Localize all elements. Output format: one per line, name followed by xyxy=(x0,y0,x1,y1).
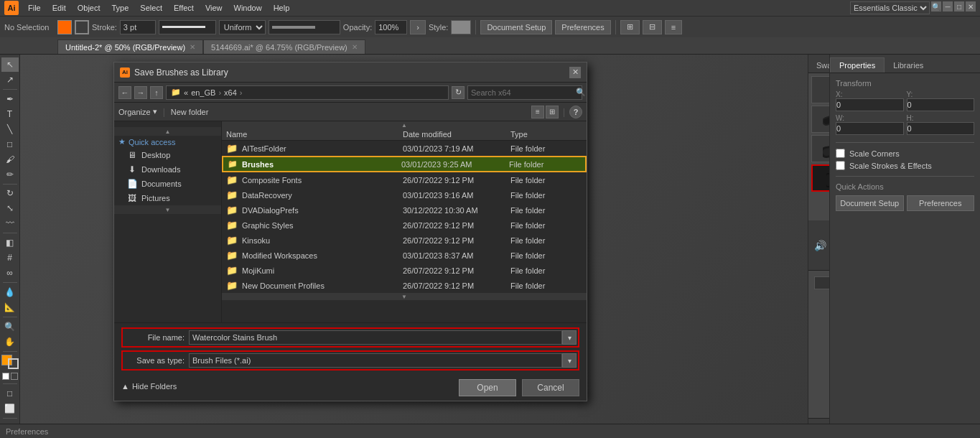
screen-mode[interactable]: ⬜ xyxy=(1,401,19,416)
gradient-tool[interactable]: ◧ xyxy=(1,236,19,250)
preferences-btn[interactable]: Preferences xyxy=(555,20,610,34)
type-tool[interactable]: T xyxy=(1,107,19,121)
doc-setup-btn[interactable]: Document Setup xyxy=(480,20,552,34)
col-date[interactable]: Date modified xyxy=(403,130,510,139)
filename-dropdown[interactable]: ▾ xyxy=(562,330,577,345)
hand-tool[interactable]: ✋ xyxy=(1,335,19,349)
sidebar-desktop[interactable]: 🖥 Desktop xyxy=(114,148,221,162)
new-folder-btn[interactable]: New folder xyxy=(171,108,209,116)
nav-forward-btn[interactable]: → xyxy=(134,86,147,99)
file-row-5[interactable]: 📁 Graphic Styles 26/07/2022 9:12 PM File… xyxy=(222,218,587,233)
hide-folders[interactable]: ▲ Hide Folders xyxy=(121,381,177,392)
eyedropper-tool[interactable]: 💧 xyxy=(1,285,19,299)
minimize-btn[interactable]: ─ xyxy=(943,1,953,11)
nav-path-x64[interactable]: x64 xyxy=(224,88,237,97)
more-btn[interactable]: ≡ xyxy=(665,20,682,34)
x-input[interactable] xyxy=(836,98,904,111)
nav-path-en[interactable]: en_GB xyxy=(191,88,215,97)
menu-edit[interactable]: Edit xyxy=(47,2,71,14)
file-row-9[interactable]: 📁 New Document Profiles 26/07/2022 9:12 … xyxy=(222,278,587,293)
tab-properties[interactable]: Properties xyxy=(830,57,885,73)
select-tool[interactable]: ↖ xyxy=(1,57,19,72)
props-doc-setup-btn[interactable]: Document Setup xyxy=(836,195,904,211)
opacity-value[interactable] xyxy=(375,20,407,34)
warp-tool[interactable]: 〰 xyxy=(1,216,19,230)
h-input[interactable] xyxy=(907,122,975,135)
cancel-btn[interactable]: Cancel xyxy=(522,379,579,396)
sidebar-scroll-up[interactable]: ▲ xyxy=(114,127,221,136)
file-row-brushes[interactable]: 📁 Brushes 03/01/2023 9:25 AM File folder xyxy=(222,156,587,172)
menu-view[interactable]: View xyxy=(200,2,228,14)
search-input[interactable] xyxy=(468,88,573,97)
arrange-btn[interactable]: ⊞ xyxy=(620,20,640,34)
scale-corners-check[interactable] xyxy=(836,149,845,158)
scale-tool[interactable]: ⤡ xyxy=(1,201,19,215)
close-btn[interactable]: ✕ xyxy=(966,1,976,11)
file-row-6[interactable]: 📁 Kinsoku 26/07/2022 9:12 PM File folder xyxy=(222,233,587,248)
file-row-7[interactable]: 📁 Modified Workspaces 03/01/2023 8:37 AM… xyxy=(222,248,587,263)
scale-strokes-check[interactable] xyxy=(836,161,845,170)
sidebar-scroll-down[interactable]: ▼ xyxy=(114,205,221,214)
fill-swatch[interactable] xyxy=(57,20,72,34)
menu-select[interactable]: Select xyxy=(135,2,167,14)
files-scroll-top[interactable]: ▲ xyxy=(222,121,587,129)
nav-back-btn[interactable]: ← xyxy=(118,86,131,99)
open-btn[interactable]: Open xyxy=(459,379,516,396)
sidebar-downloads[interactable]: ⬇ Downloads xyxy=(114,162,221,177)
workspace-select[interactable]: Essentials Classic xyxy=(850,1,930,14)
draw-mode[interactable]: □ xyxy=(1,386,19,401)
files-scroll-bottom[interactable]: ▼ xyxy=(222,293,587,300)
rotate-tool[interactable]: ↻ xyxy=(1,186,19,200)
opacity-btn[interactable]: › xyxy=(410,20,426,34)
sidebar-documents[interactable]: 📄 Documents xyxy=(114,177,221,191)
rect-tool[interactable]: □ xyxy=(1,137,19,152)
file-row-0[interactable]: 📁 AITestFolder 03/01/2023 7:19 AM File f… xyxy=(222,141,587,156)
tab-libraries[interactable]: Libraries xyxy=(885,58,932,73)
mesh-tool[interactable]: # xyxy=(1,251,19,265)
help-btn[interactable]: ? xyxy=(569,106,582,118)
tab-2[interactable]: 5144669.ai* @ 64.75% (RGB/Preview) ✕ xyxy=(203,39,365,54)
zoom-tool[interactable]: 🔍 xyxy=(1,320,19,334)
stroke-color-swatch[interactable] xyxy=(8,358,19,369)
menu-type[interactable]: Type xyxy=(107,2,134,14)
stroke-type-select[interactable]: Uniform xyxy=(219,20,266,34)
none-mode[interactable] xyxy=(11,373,18,380)
tab-1-close[interactable]: ✕ xyxy=(190,43,195,51)
blend-tool[interactable]: ∞ xyxy=(1,266,19,280)
file-row-8[interactable]: 📁 MojiKumi 26/07/2022 9:12 PM File folde… xyxy=(222,263,587,278)
tab-1[interactable]: Untitled-2* @ 50% (RGB/Preview) ✕ xyxy=(57,39,203,54)
maximize-btn[interactable]: □ xyxy=(954,1,964,11)
menu-effect[interactable]: Effect xyxy=(169,2,199,14)
file-row-4[interactable]: 📁 DVADialogPrefs 30/12/2022 10:30 AM Fil… xyxy=(222,202,587,218)
stroke-swatch[interactable] xyxy=(75,20,89,34)
menu-window[interactable]: Window xyxy=(229,2,267,14)
stroke-value[interactable] xyxy=(120,20,156,34)
col-name[interactable]: Name xyxy=(226,130,403,139)
menu-object[interactable]: Object xyxy=(73,2,106,14)
tab-2-close[interactable]: ✕ xyxy=(352,43,358,51)
view-grid-btn[interactable]: ⊞ xyxy=(546,106,559,118)
direct-select-tool[interactable]: ↗ xyxy=(1,73,19,87)
saveas-input[interactable] xyxy=(189,353,562,368)
align-btn[interactable]: ⊟ xyxy=(643,20,662,34)
dialog-close-btn[interactable]: ✕ xyxy=(569,67,581,78)
menu-help[interactable]: Help xyxy=(269,2,295,14)
nav-refresh-btn[interactable]: ↻ xyxy=(452,86,465,99)
col-type[interactable]: Type xyxy=(510,130,582,139)
props-preferences-btn[interactable]: Preferences xyxy=(907,195,975,211)
sidebar-pictures[interactable]: 🖼 Pictures xyxy=(114,191,221,205)
pencil-tool[interactable]: ✏ xyxy=(1,167,19,182)
line-tool[interactable]: ╲ xyxy=(1,122,19,136)
file-row-3[interactable]: 📁 DataRecovery 03/01/2023 9:16 AM File f… xyxy=(222,187,587,202)
file-row-2[interactable]: 📁 Composite Fonts 26/07/2022 9:12 PM Fil… xyxy=(222,172,587,187)
normal-mode[interactable] xyxy=(2,373,9,380)
organize-btn[interactable]: Organize ▾ xyxy=(118,107,157,116)
filename-input[interactable] xyxy=(189,330,562,345)
w-input[interactable] xyxy=(836,122,904,135)
pen-tool[interactable]: ✒ xyxy=(1,92,19,106)
y-input[interactable] xyxy=(907,98,975,111)
measure-tool[interactable]: 📐 xyxy=(1,300,19,314)
saveas-dropdown[interactable]: ▾ xyxy=(562,353,577,368)
paintbrush-tool[interactable]: 🖌 xyxy=(1,152,19,167)
menu-file[interactable]: File xyxy=(23,2,46,14)
